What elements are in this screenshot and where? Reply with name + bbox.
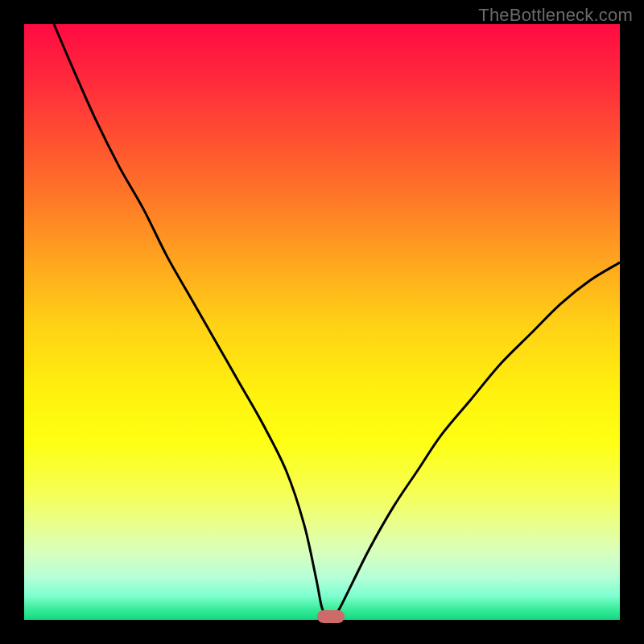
- watermark-text: TheBottleneck.com: [478, 5, 633, 26]
- optimal-marker: [317, 610, 345, 623]
- chart-plot-area: [24, 24, 620, 620]
- chart-frame: TheBottleneck.com: [0, 0, 644, 644]
